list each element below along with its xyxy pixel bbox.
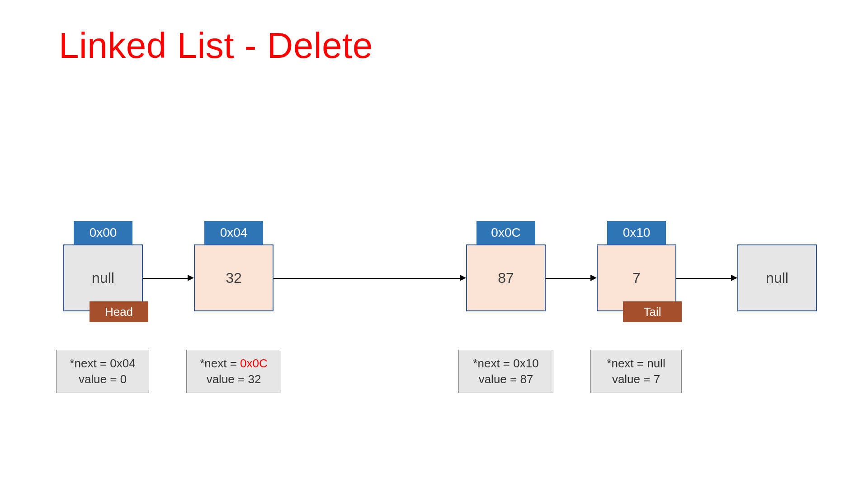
node2-address: 0x0C: [476, 221, 535, 244]
node2-value: 87: [466, 244, 546, 311]
arrow-2-to-3: [546, 278, 590, 279]
node3-val-label: value = 7: [612, 372, 660, 386]
arrowhead-icon: [460, 275, 466, 281]
node0-next-label: *next =: [70, 357, 110, 370]
diagram-stage: 0x00 null Head 0x04 32 0x0C 87 0x10 7 Ta…: [0, 0, 868, 488]
node1-info: *next = 0x0C value = 32: [186, 350, 281, 393]
arrowhead-icon: [188, 275, 194, 281]
arrow-0-to-1: [143, 278, 188, 279]
tail-tag: Tail: [623, 301, 682, 322]
node0-val-label: value = 0: [79, 372, 127, 386]
node1-next-val: 0x0C: [240, 357, 268, 370]
node1-next-label: *next =: [200, 357, 240, 370]
arrowhead-icon: [731, 275, 737, 281]
node0-info: *next = 0x04 value = 0: [56, 350, 149, 393]
node2-val-label: value = 87: [479, 372, 533, 386]
node2-next-label: *next =: [473, 357, 513, 370]
head-tag: Head: [90, 301, 148, 322]
node3-next-label: *next =: [607, 357, 647, 370]
node3-next-val: null: [647, 357, 665, 370]
node1-val-label: value = 32: [207, 372, 261, 386]
end-null-box: null: [737, 244, 817, 311]
node1-address: 0x04: [204, 221, 263, 244]
node1-value: 32: [194, 244, 274, 311]
arrow-3-to-null: [676, 278, 731, 279]
arrow-1-to-2: [274, 278, 460, 279]
node3-info: *next = null value = 7: [590, 350, 682, 393]
node3-address: 0x10: [607, 221, 666, 244]
node0-address: 0x00: [74, 221, 132, 244]
node0-next-val: 0x04: [110, 357, 135, 370]
arrowhead-icon: [590, 275, 597, 281]
node2-info: *next = 0x10 value = 87: [458, 350, 553, 393]
node2-next-val: 0x10: [513, 357, 538, 370]
